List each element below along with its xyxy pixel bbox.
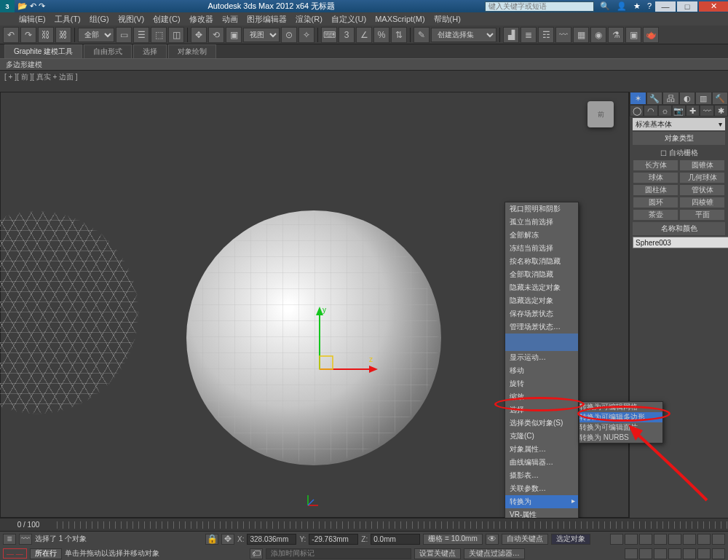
type-teapot[interactable]: 茶壶 [633, 209, 678, 221]
type-sphere[interactable]: 球体 [633, 172, 678, 184]
trackbar-toggle-icon[interactable]: ≡ [3, 534, 16, 545]
qat-undo-icon[interactable]: ↶ [30, 1, 36, 11]
app-icon[interactable]: 3 [0, 0, 15, 12]
selection-filter-dropdown[interactable]: 全部 [78, 28, 114, 42]
menu-group[interactable]: 组(G) [85, 14, 114, 25]
render-frame-icon[interactable]: ▣ [625, 27, 641, 43]
ctx-object-properties[interactable]: 对象属性… [505, 443, 578, 456]
align-icon[interactable]: ≣ [521, 27, 537, 43]
scale-icon[interactable]: ▣ [226, 27, 242, 43]
menu-view[interactable]: 视图(V) [114, 14, 149, 25]
angle-snap-icon[interactable]: ∠ [356, 27, 372, 43]
move-icon[interactable]: ✥ [191, 27, 207, 43]
qat-open-icon[interactable]: 📂 [17, 1, 28, 11]
nav-orbit-icon[interactable] [697, 534, 711, 545]
signin-icon[interactable]: 👤 [617, 1, 627, 10]
pivot-icon[interactable]: ⊙ [281, 27, 297, 43]
sub-nurbs[interactable]: 转换为 NURBS [579, 433, 662, 443]
refcoord-dropdown[interactable]: 视图 [243, 28, 280, 42]
schematic-icon[interactable]: ▦ [573, 27, 589, 43]
viewcube[interactable]: 前 [587, 101, 614, 127]
undo-icon[interactable]: ↶ [3, 27, 19, 43]
play-prev-icon[interactable] [625, 534, 638, 545]
play-next-icon[interactable] [654, 534, 667, 545]
cmdtab-create[interactable]: ✶ [630, 92, 646, 105]
mirror-icon[interactable]: ▟ [503, 27, 519, 43]
selected-object-label[interactable]: 选定对象 [551, 534, 590, 545]
cmdcat-spacewarps[interactable]: 〰 [700, 105, 713, 117]
type-geosphere[interactable]: 几何球体 [679, 172, 725, 184]
qat-redo-icon[interactable]: ↷ [39, 1, 45, 11]
menu-create[interactable]: 创建(C) [149, 14, 184, 25]
menu-maxscript[interactable]: MAXScript(M) [371, 15, 429, 23]
type-pyramid[interactable]: 四棱锥 [679, 197, 725, 208]
autokey-button[interactable]: 自动关键点 [502, 534, 548, 545]
manipulate-icon[interactable]: ✧ [298, 27, 314, 43]
material-editor-icon[interactable]: ◉ [590, 27, 606, 43]
select-object-icon[interactable]: ▭ [116, 27, 132, 43]
help-search-icon[interactable]: 🔍 [600, 1, 610, 10]
lock-selection-icon[interactable]: 🔒 [205, 534, 218, 545]
object-name-input[interactable] [633, 237, 728, 248]
ctx-clone[interactable]: 克隆(C) [505, 430, 578, 443]
cmdcat-cameras[interactable]: 📷 [672, 105, 686, 117]
link-icon[interactable]: ⛓ [38, 27, 54, 43]
cmdcat-geometry[interactable]: ◯ [630, 105, 644, 117]
ctx-hide-unselected[interactable]: 隐藏未选定对象 [505, 281, 578, 294]
ctx-hide-selection[interactable]: 隐藏选定对象 [505, 294, 578, 307]
ctx-select[interactable]: 选择 [505, 403, 578, 417]
coord-x-input[interactable] [247, 534, 296, 545]
sub-editable-patch[interactable]: 转换为可编辑面片 [579, 422, 662, 433]
ribbon-tab-freeform[interactable]: 自由形式 [84, 44, 132, 58]
keyfilters-button[interactable]: 关键点过滤器… [464, 548, 525, 559]
ctx-unhide-by-name[interactable]: 按名称取消隐藏 [505, 255, 578, 268]
named-selection-dropdown[interactable]: 创建选择集 [431, 28, 496, 42]
sub-editable-poly[interactable]: 转换为可编辑多边形 [579, 412, 662, 422]
nav-orbit2-icon[interactable] [697, 548, 711, 559]
named-set-edit-icon[interactable]: ✎ [414, 27, 430, 43]
ctx-isolate[interactable]: 孤立当前选择 [505, 216, 578, 229]
nav-zoomext-icon[interactable] [654, 548, 667, 559]
curve-editor-icon[interactable]: 〰 [555, 27, 571, 43]
menu-customize[interactable]: 自定义(U) [327, 14, 371, 25]
render-setup-icon[interactable]: ⚗ [608, 27, 624, 43]
window-crossing-icon[interactable]: ◫ [168, 27, 184, 43]
ctx-unfreeze-all[interactable]: 全部解冻 [505, 229, 578, 242]
cmdcat-shapes[interactable]: ◠ [644, 105, 657, 117]
nav-pan2-icon[interactable] [683, 548, 696, 559]
ctx-unhide-all[interactable]: 全部取消隐藏 [505, 268, 578, 281]
cmdtab-display[interactable]: ▥ [695, 92, 712, 105]
ctx-save-scene-state[interactable]: 保存场景状态 [505, 307, 578, 320]
nav-pan-icon[interactable] [668, 534, 681, 545]
play-start-icon[interactable] [610, 534, 623, 545]
type-cone[interactable]: 圆锥体 [679, 159, 725, 171]
ctx-manage-scene-state[interactable]: 管理场景状态… [505, 320, 578, 334]
menu-animation[interactable]: 动画 [218, 14, 242, 25]
type-torus[interactable]: 圆环 [633, 197, 678, 208]
redo-icon[interactable]: ↷ [20, 27, 36, 43]
maxscript-label[interactable]: 所在行 [30, 548, 62, 559]
autogrid-checkbox[interactable]: ☐自动栅格 [630, 146, 728, 159]
cmdcat-lights[interactable]: ☼ [658, 105, 672, 117]
menu-edit[interactable]: 编辑(E) [15, 14, 50, 25]
cmdcat-helpers[interactable]: ✚ [686, 105, 700, 117]
ctx-wire-params[interactable]: 关联参数… [505, 482, 578, 495]
ctx-curve-editor[interactable]: 曲线编辑器… [505, 456, 578, 469]
sub-editable-mesh[interactable]: 转换为可编辑网格 [579, 402, 662, 412]
coord-y-input[interactable] [309, 534, 358, 545]
setkey-button[interactable]: 设置关键点 [414, 548, 461, 559]
spinner-snap-icon[interactable]: ⇅ [391, 27, 407, 43]
help-search-input[interactable] [485, 1, 594, 12]
menu-tools[interactable]: 工具(T) [50, 14, 85, 25]
shaded-sphere[interactable] [186, 210, 441, 465]
ctx-dope-sheet[interactable]: 摄影表… [505, 469, 578, 482]
ribbon-tab-selection[interactable]: 选择 [133, 44, 167, 58]
snap-toggle-icon[interactable]: 3 [339, 27, 355, 43]
cmdtab-utilities[interactable]: 🔨 [712, 92, 729, 105]
maximize-button[interactable]: □ [677, 1, 697, 12]
nav-zoom-icon[interactable] [683, 534, 696, 545]
timeline[interactable]: 0 / 100 [0, 518, 728, 531]
ctx-rotate[interactable]: 旋转 [505, 377, 578, 390]
nav-zoom2-icon[interactable] [639, 548, 652, 559]
ctx-viewport-lighting[interactable]: 视口照明和阴影 [505, 202, 578, 216]
